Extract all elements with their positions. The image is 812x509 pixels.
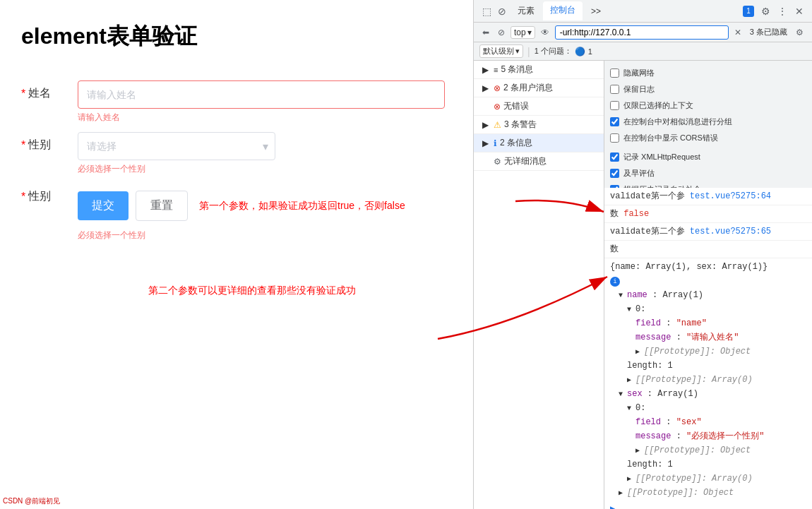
msg-item-no-errors[interactable]: ⊗ 无错误 xyxy=(474,97,604,116)
tree-line-name-arr-proto[interactable]: ▶ [[Prototype]]: Array(0) xyxy=(610,373,806,387)
console-messages: validate第一个参 test.vue?5275:64 数 false va… xyxy=(604,188,812,509)
sex-select-wrapper: 请选择 男 女 ▾ 必须选择一个性别 xyxy=(78,132,452,175)
msg-item-verbose[interactable]: ⚙ 无详细消息 xyxy=(474,152,604,171)
tree-line-sex-arr[interactable]: ▼ sex : Array(1) xyxy=(610,387,806,401)
reset-button[interactable]: 重置 xyxy=(136,191,188,221)
tree-line-name-arr[interactable]: ▼ name : Array(1) xyxy=(610,288,806,302)
name-input[interactable] xyxy=(78,80,445,109)
toolbar-clear-icon[interactable]: ✕ xyxy=(732,26,744,39)
msg-item-user[interactable]: ▶ ⊗ 2 条用户消息 xyxy=(474,79,604,97)
tree-sex-message-val: "必须选择一个性别" xyxy=(686,431,764,441)
msg-item-info-expand-icon: ▶ xyxy=(479,138,491,148)
toolbar-back-icon[interactable]: ⬅ xyxy=(479,26,492,39)
tree-root-proto-toggle: ▶ xyxy=(619,489,627,497)
msg-item-info[interactable]: ▶ ℹ 2 条信息 xyxy=(474,134,604,152)
filter-issue-count: 1 xyxy=(588,47,592,56)
toolbar-url-input[interactable] xyxy=(555,25,729,40)
option-log-xhr-label: 记录 XMLHttpRequest xyxy=(623,152,700,162)
sex-select[interactable]: 请选择 男 女 xyxy=(78,132,275,160)
option-selected-context-label: 仅限已选择的上下文 xyxy=(623,100,693,111)
console-msg-link-1[interactable]: test.vue?5275:64 xyxy=(690,191,771,201)
devtools-cursor-icon[interactable]: ⬚ xyxy=(479,4,494,18)
option-show-cors-checkbox[interactable] xyxy=(610,133,619,143)
tree-line-sex-length: length: 1 xyxy=(610,457,806,472)
option-show-cors: 在控制台中显示 CORS错误 xyxy=(610,131,732,145)
msg-item-user-label: 2 条用户消息 xyxy=(503,82,553,94)
msg-list: ▶ ≡ 5 条消息 ▶ ⊗ 2 条用户消息 ⊗ 无错误 ▶ ⚠ 3 条警告 ▶ xyxy=(474,61,604,509)
tree-name-message-key: message xyxy=(635,333,671,342)
tab-more-label: >> xyxy=(591,6,601,16)
option-group-similar-checkbox[interactable] xyxy=(610,117,619,126)
console-msg-validate2-text: validate第二个参 test.vue?5275:65 xyxy=(610,225,806,238)
msg-item-warnings[interactable]: ▶ ⚠ 3 条警告 xyxy=(474,116,604,134)
option-log-xhr-checkbox[interactable] xyxy=(610,152,619,162)
tab-console[interactable]: 控制台 xyxy=(543,1,583,20)
option-hide-network-checkbox[interactable] xyxy=(610,68,619,78)
option-eager-eval-checkbox[interactable] xyxy=(610,169,619,178)
filter-level-select[interactable]: 默认级别 ▾ xyxy=(479,44,523,58)
devtools-settings-icon[interactable]: ⚙ xyxy=(758,4,772,18)
submit-button[interactable]: 提交 xyxy=(78,191,129,220)
toolbar-top-select[interactable]: top ▾ xyxy=(511,26,535,39)
tree-sex-proto-toggle: ▶ xyxy=(635,447,644,455)
msg-item-messages-icon: ≡ xyxy=(494,66,498,74)
sex-hint-2: 必须选择一个性别 xyxy=(78,229,452,241)
msg-item-messages[interactable]: ▶ ≡ 5 条消息 xyxy=(474,61,604,79)
tree-name-field-val: "name" xyxy=(676,318,707,328)
filter-issue-label: 1 个问题： xyxy=(535,46,572,56)
devtools-more-icon[interactable]: ⋮ xyxy=(775,4,789,18)
tree-line-sex-0[interactable]: ▼ 0: xyxy=(610,401,806,415)
msg-item-user-expand-icon: ▶ xyxy=(479,83,491,93)
option-hide-network-label: 隐藏网络 xyxy=(623,68,655,78)
tree-line-sex-message: message : "必须选择一个性别" xyxy=(610,429,806,443)
tab-more[interactable]: >> xyxy=(584,4,608,19)
tab-console-label: 控制台 xyxy=(550,5,575,15)
msg-item-verbose-icon: ⚙ xyxy=(494,157,501,167)
tree-name-0-toggle: ▼ xyxy=(627,306,635,313)
console-msg-false-text: 数 false xyxy=(610,208,806,220)
devtools-close-icon[interactable]: ✕ xyxy=(792,4,806,18)
toolbar-eye-icon[interactable]: 👁 xyxy=(538,26,552,39)
tree-sex-toggle: ▼ xyxy=(619,390,627,398)
msg-item-no-errors-icon: ⊗ xyxy=(494,102,501,112)
tree-line-root-proto[interactable]: ▶ [[Prototype]]: Object xyxy=(610,486,806,500)
filter-level-arrow: ▾ xyxy=(515,47,520,56)
sex-required-star-2: * xyxy=(21,191,25,203)
tree-line-sex-proto[interactable]: ▶ [[Prototype]]: Object xyxy=(610,443,806,457)
option-log-xhr: 记录 XMLHttpRequest xyxy=(610,150,723,164)
toolbar-block-icon[interactable]: ⊘ xyxy=(495,26,508,39)
devtools-tabs-bar: ⬚ ⊘ 元素 控制台 >> 1 ⚙ ⋮ ✕ xyxy=(474,0,812,23)
tab-elements[interactable]: 元素 xyxy=(511,2,542,20)
tree-line-name-proto[interactable]: ▶ [[Prototype]]: Object xyxy=(610,345,806,359)
devtools-block-icon[interactable]: ⊘ xyxy=(495,4,509,18)
tree-sex-key: sex xyxy=(627,389,643,399)
msg-item-verbose-label: 无详细消息 xyxy=(504,155,547,167)
console-msg-validate1-text: validate第一个参 test.vue?5275:64 xyxy=(610,190,806,203)
console-msg-param2-row: 数 xyxy=(604,241,812,258)
filter-level-label: 默认级别 xyxy=(483,46,514,56)
tree-line-sex-arr-proto[interactable]: ▶ [[Prototype]]: Array(0) xyxy=(610,472,806,486)
option-group-similar: 在控制台中对相似消息进行分组 xyxy=(610,115,732,128)
console-msg-link-2[interactable]: test.vue?5275:65 xyxy=(690,227,771,236)
devtools-filter-bar: 默认级别 ▾ | 1 个问题： 🔵 1 xyxy=(474,42,812,61)
filter-issue: 1 个问题： 🔵 1 xyxy=(535,46,592,56)
tree-name-key: name xyxy=(627,290,647,300)
console-msg-false-row: 数 false xyxy=(604,205,812,223)
btn-row: 提交 重置 第一个参数，如果验证成功返回true，否则false xyxy=(78,191,452,221)
option-history-autocomplete: 根据历史记录自动补全 xyxy=(610,183,723,188)
annotation-text-1: 第一个参数，如果验证成功返回true，否则false xyxy=(199,200,405,212)
tree-name-proto-label: [[Prototype]]: Object xyxy=(644,347,751,357)
toolbar-settings-icon[interactable]: ⚙ xyxy=(793,26,806,39)
tree-sex-arr-proto-label: [[Prototype]]: Array(0) xyxy=(635,474,753,484)
tree-name-arr-proto-label: [[Prototype]]: Array(0) xyxy=(635,375,753,385)
tree-sex-proto-label: [[Prototype]]: Object xyxy=(644,445,751,455)
form-area: * 姓名 请输入姓名 * 性别 请选择 男 女 xyxy=(21,80,452,297)
tree-sex-0-label: 0: xyxy=(635,403,645,413)
console-msg-false-value: false xyxy=(623,209,649,219)
option-selected-context-checkbox[interactable] xyxy=(610,101,619,110)
option-preserve-log-checkbox[interactable] xyxy=(610,85,619,94)
tree-name-proto-toggle: ▶ xyxy=(635,348,644,356)
msg-item-expand-icon: ▶ xyxy=(479,65,491,75)
tree-line-sex-field: field : "sex" xyxy=(610,415,806,429)
tree-line-name-0[interactable]: ▼ 0: xyxy=(610,302,806,316)
